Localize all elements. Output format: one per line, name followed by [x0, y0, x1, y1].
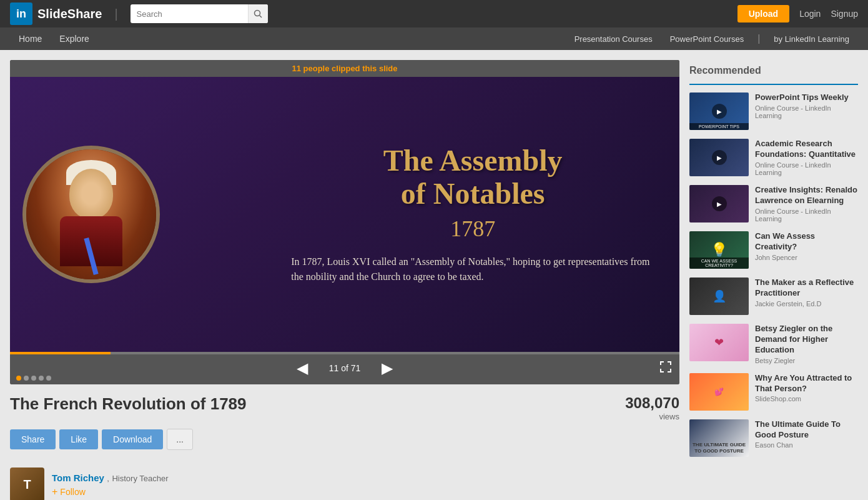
- rec-thumb-0: ▶ POWERPOINT TIPS: [689, 92, 749, 130]
- signup-link[interactable]: Signup: [831, 9, 858, 19]
- brand-name: SlideShare: [37, 7, 102, 21]
- author-name[interactable]: Tom Richey: [52, 472, 104, 483]
- clip-text: people clipped this slide: [303, 64, 398, 73]
- rec-thumb-6: 💕: [689, 373, 749, 411]
- rec-subtitle-7: Eason Chan: [755, 441, 858, 449]
- rec-thumb-5: ❤: [689, 324, 749, 361]
- slide-title-line1: The Assembly: [383, 144, 563, 177]
- rec-item-4[interactable]: 👤 The Maker as a Reflective Practitioner…: [689, 278, 858, 315]
- rec-info-0: PowerPoint Tips Weekly Online Course - L…: [755, 92, 858, 119]
- download-button[interactable]: Download: [102, 429, 163, 449]
- linkedin-logo: in: [10, 2, 32, 25]
- slide-counter: 11 of 71: [323, 363, 367, 373]
- slide-controls: ◀ 11 of 71 ▶: [10, 352, 679, 384]
- fullscreen-icon: [659, 361, 672, 373]
- login-link[interactable]: Login: [799, 9, 821, 19]
- rec-item-7[interactable]: THE ULTIMATE GUIDE TO GOOD POSTURE The U…: [689, 419, 858, 457]
- play-icon-1: ▶: [712, 150, 727, 165]
- rec-thumb-label-3: CAN WE ASSESS CREATIVITY?: [689, 258, 749, 269]
- rec-title-4: The Maker as a Reflective Practitioner: [755, 278, 858, 299]
- author-separator: ,: [107, 474, 109, 483]
- presentation-title-row: The French Revolution of 1789 308,070 vi…: [10, 394, 679, 421]
- rec-info-2: Creative Insights: Renaldo Lawrence on E…: [755, 185, 858, 222]
- upload-button[interactable]: Upload: [737, 5, 789, 22]
- rec-item-1[interactable]: ▶ Academic Research Foundations: Quantit…: [689, 139, 858, 176]
- rec-title-6: Why Are You Attracted to That Person?: [755, 373, 858, 394]
- more-button[interactable]: ...: [167, 429, 193, 450]
- slide-title-line2: of Notables: [401, 177, 545, 210]
- search-button[interactable]: [248, 4, 268, 23]
- rec-subtitle-5: Betsy Ziegler: [755, 357, 858, 364]
- dot-3: [31, 376, 36, 381]
- rec-info-6: Why Are You Attracted to That Person? Sl…: [755, 373, 858, 403]
- clip-notice: 11 people clipped this slide: [10, 60, 679, 77]
- portrait-head: [69, 169, 113, 219]
- sidebar-title: Recommended: [689, 60, 858, 85]
- follow-button[interactable]: + Follow: [52, 486, 86, 498]
- author-info: Tom Richey , History Teacher + Follow: [52, 472, 169, 498]
- rec-thumb-7: THE ULTIMATE GUIDE TO GOOD POSTURE: [689, 419, 749, 457]
- play-icon-0: ▶: [712, 104, 727, 119]
- plus-icon: +: [52, 486, 57, 498]
- follow-label: Follow: [60, 487, 85, 497]
- prev-slide-button[interactable]: ◀: [289, 357, 315, 379]
- slide-year: 1787: [291, 216, 654, 242]
- rec-subtitle-3: John Spencer: [755, 254, 858, 261]
- rec-subtitle-1: Online Course - LinkedIn Learning: [755, 161, 858, 176]
- presentation-info: The French Revolution of 1789 308,070 vi…: [10, 384, 679, 500]
- share-button[interactable]: Share: [10, 429, 56, 449]
- slide-image: The Assembly of Notables 1787 In 1787, L…: [10, 77, 679, 352]
- nav-divider: |: [757, 33, 760, 44]
- author-name-row: Tom Richey , History Teacher: [52, 472, 169, 484]
- nav-powerpoint-courses[interactable]: PowerPoint Courses: [661, 28, 753, 50]
- nav-explore[interactable]: Explore: [51, 28, 97, 50]
- avatar-initials: T: [23, 478, 31, 492]
- sidebar: Recommended ▶ POWERPOINT TIPS PowerPoint…: [689, 60, 858, 500]
- dot-4: [39, 376, 44, 381]
- content-area: 11 people clipped this slide: [10, 60, 679, 500]
- rec-title-1: Academic Research Foundations: Quantitat…: [755, 139, 858, 160]
- rec-thumb-2: ▶: [689, 185, 749, 222]
- svg-point-0: [255, 11, 260, 16]
- rec-title-0: PowerPoint Tips Weekly: [755, 92, 858, 103]
- search-input[interactable]: [131, 9, 248, 19]
- views-count: 308,070 views: [625, 394, 679, 421]
- author-role: History Teacher: [112, 474, 168, 483]
- action-buttons: Share Like Download ...: [10, 429, 679, 450]
- rec-info-7: The Ultimate Guide To Good Posture Eason…: [755, 419, 858, 449]
- like-button[interactable]: Like: [59, 429, 98, 449]
- rec-thumb-4: 👤: [689, 278, 749, 315]
- rec-subtitle-0: Online Course - LinkedIn Learning: [755, 104, 858, 119]
- nav-home[interactable]: Home: [10, 28, 51, 50]
- rec-item-5[interactable]: ❤ Betsy Ziegler on the Demand for Higher…: [689, 324, 858, 364]
- nav-bar: Home Explore Presentation Courses PowerP…: [0, 28, 868, 50]
- rec-subtitle-4: Jackie Gerstein, Ed.D: [755, 300, 858, 308]
- next-slide-button[interactable]: ▶: [374, 357, 400, 379]
- rec-subtitle-6: SlideShop.com: [755, 395, 858, 402]
- search-bar: [131, 4, 268, 23]
- rec-item-2[interactable]: ▶ Creative Insights: Renaldo Lawrence on…: [689, 185, 858, 222]
- header: in SlideShare | Upload Login Signup: [0, 0, 868, 28]
- slide-progress-bar: [10, 352, 679, 354]
- nav-linkedin-learning[interactable]: by LinkedIn Learning: [765, 28, 858, 50]
- slide-text-area: The Assembly of Notables 1787 In 1787, L…: [279, 77, 667, 352]
- rec-thumb-1: ▶: [689, 139, 749, 176]
- nav-presentation-courses[interactable]: Presentation Courses: [566, 28, 661, 50]
- fullscreen-button[interactable]: [659, 361, 672, 376]
- rec-title-7: The Ultimate Guide To Good Posture: [755, 419, 858, 441]
- portrait-inner: [26, 149, 156, 279]
- rec-item-0[interactable]: ▶ POWERPOINT TIPS PowerPoint Tips Weekly…: [689, 92, 858, 130]
- rec-subtitle-2: Online Course - LinkedIn Learning: [755, 208, 858, 222]
- rec-info-3: Can We Assess Creativity? John Spencer: [755, 231, 858, 261]
- rec-item-6[interactable]: 💕 Why Are You Attracted to That Person? …: [689, 373, 858, 411]
- slide-container: 11 people clipped this slide: [10, 60, 679, 384]
- dot-5: [46, 376, 51, 381]
- dot-2: [24, 376, 29, 381]
- portrait-body: [60, 216, 122, 266]
- rec-info-1: Academic Research Foundations: Quantitat…: [755, 139, 858, 176]
- rec-title-2: Creative Insights: Renaldo Lawrence on E…: [755, 185, 858, 206]
- rec-thumb-3: 💡 CAN WE ASSESS CREATIVITY?: [689, 231, 749, 269]
- author-avatar: T: [10, 468, 44, 500]
- rec-item-3[interactable]: 💡 CAN WE ASSESS CREATIVITY? Can We Asses…: [689, 231, 858, 269]
- rec-thumb-label-0: POWERPOINT TIPS: [689, 123, 749, 130]
